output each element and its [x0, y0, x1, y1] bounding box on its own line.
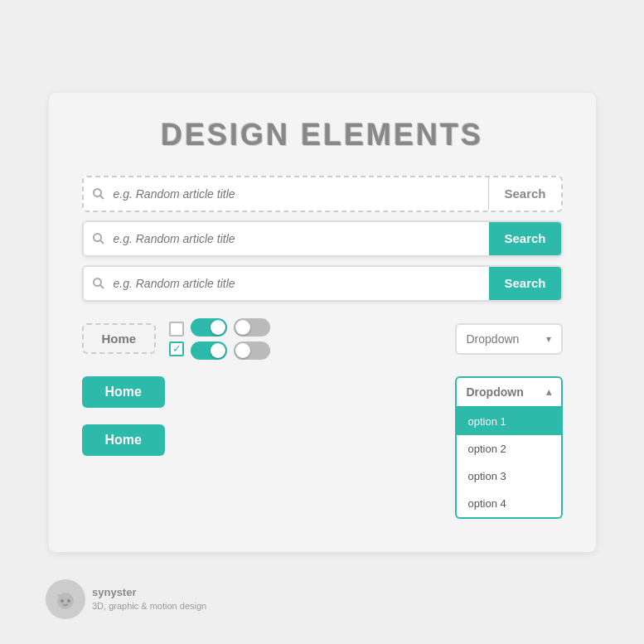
dropdown-open-header[interactable]: Dropdown ▴: [455, 376, 563, 408]
search-bar-3: Search: [82, 265, 563, 302]
lower-section: Home Home Dropdown ▴ option 1 option 2 o…: [82, 376, 563, 519]
checkmark-icon: ✓: [172, 342, 182, 355]
logo-subtitle: 3D, graphic & motion design: [92, 600, 206, 613]
search-button-3[interactable]: Search: [489, 267, 560, 300]
search-bar-2: Search: [82, 220, 563, 257]
dropdown-option-1[interactable]: option 1: [457, 408, 561, 435]
toggle-off-1[interactable]: [234, 318, 270, 337]
svg-point-2: [94, 234, 101, 241]
search-button-1[interactable]: Search: [488, 177, 560, 211]
home-outline-button[interactable]: Home: [82, 323, 157, 354]
svg-line-1: [100, 196, 104, 199]
logo-circle: [46, 579, 85, 619]
search-section: Search Search Search: [82, 176, 563, 302]
search-button-2[interactable]: Search: [489, 222, 560, 255]
search-input-2[interactable]: [114, 232, 490, 245]
dropdown-option-3[interactable]: option 3: [457, 462, 561, 490]
chevron-up-icon: ▴: [546, 386, 551, 398]
checkbox-checked[interactable]: ✓: [169, 341, 184, 356]
dropdown-option-4[interactable]: option 4: [457, 490, 561, 517]
toggle-off-2[interactable]: [234, 341, 270, 360]
logo-text: synyster 3D, graphic & motion design: [92, 585, 206, 613]
checkbox-unchecked[interactable]: [169, 322, 184, 337]
main-container: DESIGN ELEMENTS Search Search Search: [49, 93, 596, 552]
controls-row: Home ✓: [82, 318, 563, 360]
chevron-down-icon: ▾: [546, 333, 551, 345]
logo-name: synyster: [92, 585, 206, 600]
search-icon-3: [84, 277, 114, 290]
page-title: DESIGN ELEMENTS: [82, 118, 563, 153]
toggle-on-2[interactable]: [191, 341, 227, 360]
dropdown-list: option 1 option 2 option 3 option 4: [455, 408, 563, 519]
dropdown-closed[interactable]: Dropdown ▾: [455, 323, 563, 355]
dropdown-open-label: Dropdown: [467, 385, 524, 399]
logo-icon: [52, 586, 79, 613]
search-bar-1: Search: [82, 176, 563, 212]
svg-line-3: [100, 240, 104, 244]
toggle-knob: [235, 320, 250, 335]
dropdown-option-2[interactable]: option 2: [457, 435, 561, 462]
logo-area: synyster 3D, graphic & motion design: [46, 579, 206, 619]
toggle-knob: [211, 320, 225, 335]
toggle-on-1[interactable]: [191, 318, 227, 337]
toggle-knob: [211, 343, 225, 358]
dropdown-open: Dropdown ▴ option 1 option 2 option 3 op…: [455, 376, 563, 519]
search-input-3[interactable]: [114, 277, 490, 290]
search-icon-1: [84, 187, 114, 201]
lower-right: Dropdown ▴ option 1 option 2 option 3 op…: [455, 376, 563, 519]
toggle-column-on: [191, 318, 227, 360]
svg-point-10: [67, 599, 70, 603]
search-input-1[interactable]: [114, 187, 489, 201]
toggle-knob: [235, 343, 250, 358]
svg-line-5: [100, 285, 104, 288]
home-filled-button-1[interactable]: Home: [82, 376, 165, 408]
checkbox-toggle-group: ✓: [169, 318, 270, 360]
checkbox-column: ✓: [169, 322, 184, 356]
svg-point-4: [94, 278, 101, 286]
svg-point-9: [61, 599, 64, 603]
dropdown-label: Dropdown: [467, 332, 520, 346]
radio-column: [234, 318, 270, 360]
home-filled-button-2[interactable]: Home: [82, 424, 165, 456]
search-icon-2: [84, 232, 114, 245]
lower-left: Home Home: [82, 376, 165, 464]
svg-point-0: [94, 189, 101, 196]
